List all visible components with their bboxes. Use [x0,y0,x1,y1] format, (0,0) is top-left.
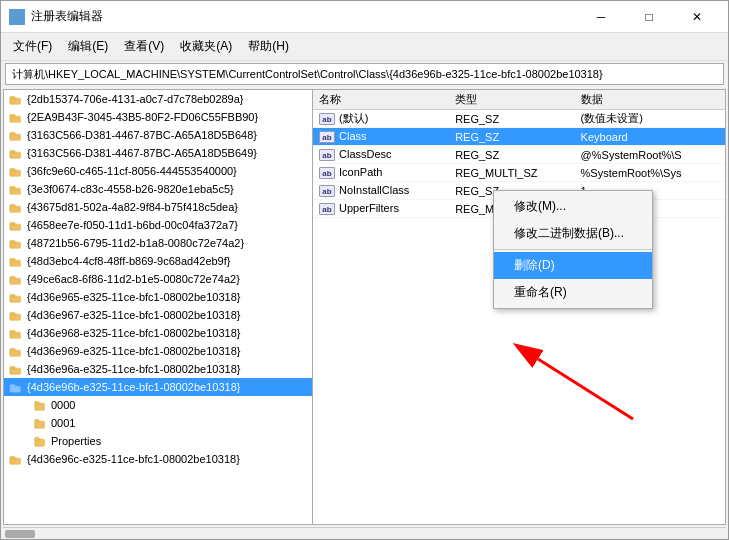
reg-type: REG_SZ [449,110,574,128]
menu-bar: 文件(F) 编辑(E) 查看(V) 收藏夹(A) 帮助(H) [1,33,728,61]
tree-item-label: {4d36e969-e325-11ce-bfc1-08002be10318} [27,345,240,357]
reg-name: abIconPath [313,164,449,182]
menu-file[interactable]: 文件(F) [5,35,60,58]
tree-item-label: 0001 [51,417,75,429]
svg-rect-9 [10,114,15,117]
context-menu: 修改(M)...修改二进制数据(B)...删除(D)重命名(R) [493,190,653,309]
tree-item-label: {2EA9B43F-3045-43B5-80F2-FD06C55FBB90} [27,111,258,123]
folder-icon [8,343,24,359]
main-content: {2db15374-706e-4131-a0c7-d7c78eb0289a} {… [3,89,726,525]
svg-rect-18 [10,168,15,171]
svg-rect-1 [18,11,23,16]
close-button[interactable]: ✕ [674,5,720,29]
tree-item[interactable]: {3163C566-D381-4467-87BC-A65A18D5B648} [4,126,312,144]
tree-item[interactable]: {4d36e969-e325-11ce-bfc1-08002be10318} [4,342,312,360]
svg-rect-51 [10,366,15,369]
tree-item[interactable]: {48721b56-6795-11d2-b1a8-0080c72e74a2} [4,234,312,252]
folder-icon [8,289,24,305]
tree-item[interactable]: {2EA9B43F-3045-43B5-80F2-FD06C55FBB90} [4,108,312,126]
tree-item-label: {2db15374-706e-4131-a0c7-d7c78eb0289a} [27,93,244,105]
tree-item[interactable]: {43675d81-502a-4a82-9f84-b75f418c5dea} [4,198,312,216]
reg-type: REG_SZ [449,146,574,164]
tree-item[interactable]: {2db15374-706e-4131-a0c7-d7c78eb0289a} [4,90,312,108]
svg-rect-12 [10,132,15,135]
ab-icon: ab [319,185,335,197]
context-menu-item-modify[interactable]: 修改(M)... [494,193,652,220]
reg-data: (数值未设置) [575,110,725,128]
horizontal-scrollbar[interactable] [3,527,726,539]
tree-item-label: {4d36e96a-e325-11ce-bfc1-08002be10318} [27,363,240,375]
col-name: 名称 [313,90,449,110]
tree-item[interactable]: {4d36e96b-e325-11ce-bfc1-08002be10318} [4,378,312,396]
tree-item-label: {4d36e965-e325-11ce-bfc1-08002be10318} [27,291,240,303]
context-menu-item-delete[interactable]: 删除(D) [494,252,652,279]
tree-item[interactable]: {3163C566-D381-4467-87BC-A65A18D5B649} [4,144,312,162]
tree-item[interactable]: Properties [4,432,312,450]
folder-icon [8,91,24,107]
tree-item[interactable]: 0000 [4,396,312,414]
folder-icon [8,361,24,377]
tree-item-label: {4d36e967-e325-11ce-bfc1-08002be10318} [27,309,240,321]
svg-rect-27 [10,222,15,225]
folder-icon [8,253,24,269]
folder-icon [8,145,24,161]
table-row[interactable]: ab(默认)REG_SZ(数值未设置) [313,110,725,128]
table-row[interactable]: abIconPathREG_MULTI_SZ%SystemRoot%\Sys [313,164,725,182]
tree-item[interactable]: {48d3ebc4-4cf8-48ff-b869-9c68ad42eb9f} [4,252,312,270]
tree-item[interactable]: {36fc9e60-c465-11cf-8056-444553540000} [4,162,312,180]
context-menu-separator [494,249,652,250]
table-row[interactable]: abClassDescREG_SZ@%SystemRoot%\S [313,146,725,164]
minimize-button[interactable]: ─ [578,5,624,29]
col-data: 数据 [575,90,725,110]
tree-panel[interactable]: {2db15374-706e-4131-a0c7-d7c78eb0289a} {… [3,89,313,525]
maximize-button[interactable]: □ [626,5,672,29]
tree-item[interactable]: {4d36e968-e325-11ce-bfc1-08002be10318} [4,324,312,342]
svg-rect-63 [10,456,15,459]
context-menu-item-modify-binary[interactable]: 修改二进制数据(B)... [494,220,652,247]
menu-favorites[interactable]: 收藏夹(A) [172,35,240,58]
menu-edit[interactable]: 编辑(E) [60,35,116,58]
menu-view[interactable]: 查看(V) [116,35,172,58]
folder-icon [32,433,48,449]
tree-item-label: {4d36e96c-e325-11ce-bfc1-08002be10318} [27,453,240,465]
tree-item[interactable]: 0001 [4,414,312,432]
folder-icon [8,109,24,125]
folder-icon [8,271,24,287]
tree-item[interactable]: {4d36e967-e325-11ce-bfc1-08002be10318} [4,306,312,324]
svg-rect-56 [35,402,39,405]
window-title: 注册表编辑器 [31,8,103,25]
reg-data: Keyboard [575,128,725,146]
reg-name: abNoInstallClass [313,182,449,200]
tree-item-label: {36fc9e60-c465-11cf-8056-444553540000} [27,165,237,177]
tree-item[interactable]: {4d36e96c-e325-11ce-bfc1-08002be10318} [4,450,312,468]
tree-item-label: {48d3ebc4-4cf8-48ff-b869-9c68ad42eb9f} [27,255,230,267]
context-menu-item-rename[interactable]: 重命名(R) [494,279,652,306]
svg-rect-42 [10,312,15,315]
svg-rect-15 [10,150,15,153]
folder-icon [8,181,24,197]
folder-icon [8,307,24,323]
tree-item-label: {3163C566-D381-4467-87BC-A65A18D5B649} [27,147,257,159]
ab-icon: ab [319,113,335,125]
tree-item[interactable]: {4d36e96a-e325-11ce-bfc1-08002be10318} [4,360,312,378]
folder-icon [8,379,24,395]
svg-rect-54 [10,384,15,387]
tree-item-label: {4d36e96b-e325-11ce-bfc1-08002be10318} [27,381,240,393]
tree-item-label: {43675d81-502a-4a82-9f84-b75f418c5dea} [27,201,238,213]
registry-editor-window: 注册表编辑器 ─ □ ✕ 文件(F) 编辑(E) 查看(V) 收藏夹(A) 帮助… [0,0,729,540]
svg-rect-39 [10,294,15,297]
tree-item[interactable]: {49ce6ac8-6f86-11d2-b1e5-0080c72e74a2} [4,270,312,288]
tree-item[interactable]: {4658ee7e-f050-11d1-b6bd-00c04fa372a7} [4,216,312,234]
app-icon [9,9,25,25]
reg-name: ab(默认) [313,110,449,128]
svg-rect-45 [10,330,15,333]
svg-rect-30 [10,240,15,243]
tree-item[interactable]: {3e3f0674-c83c-4558-b26-9820e1eba5c5} [4,180,312,198]
table-row[interactable]: abClassREG_SZKeyboard [313,128,725,146]
folder-icon [32,415,48,431]
tree-item[interactable]: {4d36e965-e325-11ce-bfc1-08002be10318} [4,288,312,306]
menu-help[interactable]: 帮助(H) [240,35,297,58]
folder-icon [8,217,24,233]
reg-data: %SystemRoot%\Sys [575,164,725,182]
svg-rect-6 [10,96,15,99]
